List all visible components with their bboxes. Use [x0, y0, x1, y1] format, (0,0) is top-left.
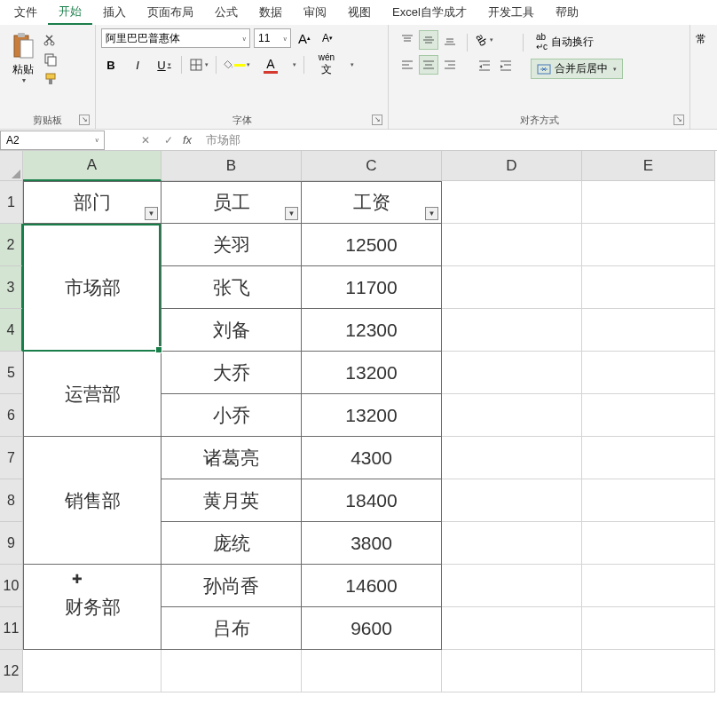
shrink-font-button[interactable]: A▾: [318, 28, 337, 48]
menu-data[interactable]: 数据: [248, 1, 293, 24]
align-left-button[interactable]: [398, 55, 417, 75]
cell-D2[interactable]: [442, 224, 582, 266]
formula-enter-button[interactable]: ✓: [162, 134, 176, 146]
border-button[interactable]: ▾: [189, 55, 209, 75]
cell-A8-merged[interactable]: 销售部: [23, 479, 162, 522]
cell-B1[interactable]: 员工 ▼: [162, 181, 302, 224]
formula-input[interactable]: [201, 131, 717, 148]
cell-E11[interactable]: [582, 607, 715, 650]
merge-center-button[interactable]: 合并后居中 ▾: [531, 59, 623, 79]
name-box[interactable]: A2v: [0, 131, 105, 150]
menu-formula[interactable]: 公式: [204, 1, 248, 24]
menu-review[interactable]: 审阅: [293, 1, 337, 24]
col-header-E[interactable]: E: [582, 151, 715, 181]
row-header-2[interactable]: 2: [0, 224, 23, 266]
row-header-11[interactable]: 11: [0, 607, 23, 650]
fill-color-button[interactable]: ▾: [224, 55, 250, 75]
cell-C6[interactable]: 13200: [302, 394, 442, 437]
cell-A11-merged[interactable]: 财务部: [23, 607, 162, 650]
row-header-12[interactable]: 12: [0, 650, 23, 692]
increase-indent-button[interactable]: [496, 55, 516, 75]
row-header-7[interactable]: 7: [0, 437, 23, 479]
row-header-3[interactable]: 3: [0, 266, 23, 309]
copy-button[interactable]: [43, 51, 59, 67]
align-bottom-button[interactable]: [440, 30, 460, 50]
select-all-corner[interactable]: [0, 151, 23, 181]
cell-E12[interactable]: [582, 650, 715, 692]
cell-D7[interactable]: [442, 437, 582, 479]
cell-B2[interactable]: 关羽: [162, 224, 302, 266]
font-size-select[interactable]: 11v: [254, 28, 291, 48]
menu-layout[interactable]: 页面布局: [137, 1, 204, 24]
cell-D8[interactable]: [442, 479, 582, 522]
cell-B6[interactable]: 小乔: [162, 394, 302, 437]
cell-C7[interactable]: 4300: [302, 437, 442, 479]
cell-E1[interactable]: [582, 181, 715, 224]
cell-E3[interactable]: [582, 266, 715, 309]
cell-B7[interactable]: 诸葛亮: [162, 437, 302, 479]
decrease-indent-button[interactable]: [475, 55, 494, 75]
cell-D11[interactable]: [442, 607, 582, 650]
row-header-4[interactable]: 4: [0, 309, 23, 352]
cell-D5[interactable]: [442, 352, 582, 394]
filter-arrow-A[interactable]: ▼: [145, 207, 158, 220]
italic-button[interactable]: I: [128, 55, 147, 75]
col-header-C[interactable]: C: [302, 151, 442, 181]
cell-D4[interactable]: [442, 309, 582, 352]
row-header-1[interactable]: 1: [0, 181, 23, 224]
cell-E10[interactable]: [582, 565, 715, 607]
format-painter-button[interactable]: [43, 71, 59, 87]
cell-C5[interactable]: 13200: [302, 352, 442, 394]
bold-button[interactable]: B: [101, 55, 121, 75]
underline-button[interactable]: U▾: [154, 55, 174, 75]
filter-arrow-C[interactable]: ▼: [425, 207, 438, 220]
menu-file[interactable]: 文件: [4, 1, 48, 24]
cell-A6-merged[interactable]: 运营部: [23, 394, 162, 437]
cell-C10[interactable]: 14600: [302, 565, 442, 607]
cell-C11[interactable]: 9600: [302, 607, 442, 650]
cell-B12[interactable]: [162, 650, 302, 692]
alignment-launcher[interactable]: ↘: [674, 115, 684, 125]
row-header-6[interactable]: 6: [0, 394, 23, 437]
cell-D6[interactable]: [442, 394, 582, 437]
fx-icon[interactable]: fx: [183, 133, 201, 146]
menu-view[interactable]: 视图: [337, 1, 382, 24]
row-header-5[interactable]: 5: [0, 352, 23, 394]
cell-D3[interactable]: [442, 266, 582, 309]
col-header-D[interactable]: D: [442, 151, 582, 181]
cell-D9[interactable]: [442, 522, 582, 565]
cell-B3[interactable]: 张飞: [162, 266, 302, 309]
align-center-button[interactable]: [419, 55, 438, 75]
cell-D10[interactable]: [442, 565, 582, 607]
cell-D1[interactable]: [442, 181, 582, 224]
menu-help[interactable]: 帮助: [545, 1, 589, 24]
cell-E2[interactable]: [582, 224, 715, 266]
font-launcher[interactable]: ↘: [372, 115, 382, 125]
cell-A12[interactable]: [23, 650, 162, 692]
cell-A1[interactable]: 部门 ▼: [23, 181, 162, 224]
paste-button[interactable]: 粘贴 ▼: [5, 28, 41, 87]
cell-A3-merged[interactable]: 市场部: [23, 266, 162, 309]
cell-E4[interactable]: [582, 309, 715, 352]
row-header-9[interactable]: 9: [0, 522, 23, 565]
cell-B8[interactable]: 黄月英: [162, 479, 302, 522]
align-right-button[interactable]: [440, 55, 460, 75]
cell-C3[interactable]: 11700: [302, 266, 442, 309]
cell-A9-merged[interactable]: [23, 522, 162, 565]
row-header-8[interactable]: 8: [0, 479, 23, 522]
font-color-button[interactable]: A: [257, 55, 284, 75]
menu-selfstudy[interactable]: Excel自学成才: [382, 1, 477, 24]
align-middle-button[interactable]: [419, 30, 438, 50]
filter-arrow-B[interactable]: ▼: [285, 207, 298, 220]
cell-A2-merged[interactable]: [23, 224, 162, 266]
wrap-text-button[interactable]: ab↵c 自动换行: [531, 30, 623, 53]
grow-font-button[interactable]: A▴: [295, 28, 314, 48]
cell-C2[interactable]: 12500: [302, 224, 442, 266]
cell-D12[interactable]: [442, 650, 582, 692]
cell-B5[interactable]: 大乔: [162, 352, 302, 394]
cell-E5[interactable]: [582, 352, 715, 394]
cell-C1[interactable]: 工资 ▼: [302, 181, 442, 224]
cell-E8[interactable]: [582, 479, 715, 522]
col-header-B[interactable]: B: [162, 151, 302, 181]
phonetic-button[interactable]: wén文: [311, 55, 342, 75]
